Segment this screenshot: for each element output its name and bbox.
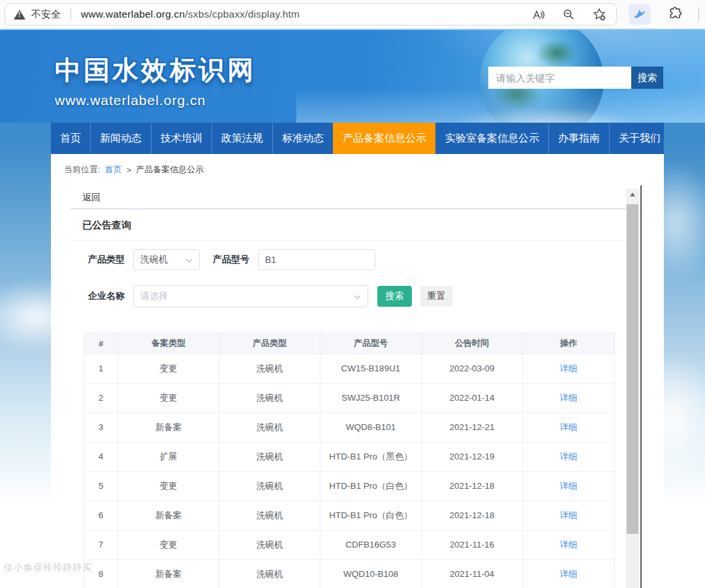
table-cell: 4 (84, 442, 118, 472)
nav-item[interactable]: 实验室备案信息公示 (435, 123, 548, 154)
detail-link[interactable]: 详细 (560, 452, 578, 461)
table-cell: WQD8-B101 (321, 413, 422, 442)
table-cell: 5 (84, 472, 118, 501)
table-row: 8新备案洗碗机WQD10-B1082021-11-04详细 (84, 560, 615, 588)
water-glow-decoration (296, 89, 705, 123)
nav-item[interactable]: 新闻动态 (90, 123, 151, 154)
nav-item[interactable]: 办事指南 (548, 123, 609, 154)
table-cell: HTD-B1 Pro（黑色） (321, 442, 422, 472)
main-nav: 首页新闻动态技术培训政策法规标准动态产品备案信息公示实验室备案信息公示办事指南关… (51, 123, 664, 154)
divider (698, 7, 699, 22)
header-search-button[interactable]: 搜索 (631, 67, 663, 89)
warning-triangle-icon (14, 10, 25, 20)
table-cell: 变更 (118, 472, 219, 501)
table-cell: 洗碗机 (219, 531, 321, 560)
divider (70, 8, 71, 21)
star-add-icon[interactable] (593, 8, 606, 21)
table-cell: 2021-12-18 (422, 472, 523, 501)
table-cell: 2021-11-04 (422, 560, 523, 588)
table-cell: 洗碗机 (219, 442, 321, 472)
detail-link[interactable]: 详细 (560, 393, 578, 403)
table-cell: 8 (84, 560, 118, 588)
table-cell-action: 详细 (523, 354, 615, 384)
table-cell: 3 (84, 413, 118, 442)
nav-item[interactable]: 政策法规 (212, 123, 272, 154)
table-cell: 新备案 (118, 560, 219, 588)
table-cell: 洗碗机 (219, 384, 321, 413)
header-search-input[interactable] (488, 67, 631, 89)
chevron-down-icon (185, 255, 193, 265)
nav-item[interactable]: 技术培训 (151, 123, 212, 154)
url-text[interactable]: www.waterlabel.org.cn/sxbs/cpbaxx/displa… (81, 8, 300, 20)
site-title: 中国水效标识网 (55, 52, 256, 88)
table-cell: HTD-B1 Pro（白色） (321, 501, 422, 531)
section-title: 已公告查询 (70, 209, 640, 241)
bird-extension-icon[interactable] (629, 4, 651, 25)
security-status[interactable]: 不安全 (31, 8, 61, 21)
form-reset-button[interactable]: 重置 (420, 286, 452, 307)
back-link[interactable]: 返回 (82, 192, 101, 202)
chevron-down-icon (354, 291, 361, 302)
nav-item[interactable]: 关于我们 (609, 123, 670, 154)
browser-toolbar: 不安全 www.waterlabel.org.cn/sxbs/cpbaxx/di… (0, 0, 705, 29)
table-cell: CW15-B189U1 (321, 354, 422, 384)
table-cell: 洗碗机 (219, 472, 321, 501)
nav-item[interactable]: 标准动态 (272, 123, 333, 154)
product-type-select[interactable]: 洗碗机 (133, 249, 200, 270)
breadcrumb-separator: > (127, 165, 132, 175)
product-model-input[interactable] (258, 249, 375, 270)
table-cell: 新备案 (118, 413, 219, 442)
breadcrumb-home-link[interactable]: 首页 (105, 164, 122, 176)
table-cell-action: 详细 (523, 472, 615, 501)
nav-item[interactable]: 首页 (51, 123, 90, 154)
detail-link[interactable]: 详细 (560, 422, 578, 432)
table-cell: 2 (84, 384, 118, 413)
table-cell: 洗碗机 (219, 560, 321, 588)
table-cell-action: 详细 (523, 413, 615, 442)
address-bar[interactable]: 不安全 www.waterlabel.org.cn/sxbs/cpbaxx/di… (5, 3, 617, 25)
company-select[interactable]: 请选择 (133, 285, 368, 307)
table-cell-action: 详细 (523, 442, 615, 472)
table-cell-action: 详细 (523, 501, 615, 531)
table-cell: 新备案 (118, 501, 219, 531)
table-cell: CDFB16G53 (321, 531, 422, 560)
table-cell: 2022-01-14 (422, 384, 523, 413)
table-cell-action: 详细 (523, 384, 615, 413)
inner-scrollbar[interactable] (626, 189, 639, 588)
detail-link[interactable]: 详细 (560, 364, 578, 373)
breadcrumb: 当前位置: 首页 > 产品备案信息公示 (51, 154, 664, 185)
table-cell: 7 (84, 531, 118, 560)
table-cell: 变更 (118, 384, 219, 413)
detail-link[interactable]: 详细 (560, 510, 578, 520)
table-row: 6新备案洗碗机HTD-B1 Pro（白色）2021-12-18详细 (84, 501, 615, 531)
company-placeholder: 请选择 (140, 290, 168, 302)
table-row: 4扩展洗碗机HTD-B1 Pro（黑色）2021-12-19详细 (84, 442, 615, 472)
table-cell: WQD10-B108 (321, 560, 422, 588)
table-cell-action: 详细 (523, 560, 615, 588)
scrollbar-up-button[interactable] (626, 189, 639, 200)
puzzle-extensions-icon[interactable] (668, 6, 682, 22)
table-header-row: # 备案类型 产品类型 产品型号 公告时间 操作 (84, 333, 615, 354)
nav-item[interactable]: 产品备案信息公示 (333, 123, 435, 154)
form-search-button[interactable]: 搜索 (377, 286, 412, 307)
site-logo: 中国水效标识网 www.waterlabel.org.cn (55, 52, 256, 108)
zoom-out-icon[interactable] (563, 8, 574, 20)
read-aloud-icon[interactable] (532, 9, 544, 20)
col-product-model: 产品型号 (321, 333, 422, 354)
table-cell: 变更 (118, 531, 219, 560)
table-cell: 洗碗机 (219, 354, 321, 384)
table-cell: 变更 (118, 354, 219, 384)
breadcrumb-current: 产品备案信息公示 (136, 164, 204, 176)
detail-link[interactable]: 详细 (560, 481, 578, 491)
url-domain: www.waterlabel.org.cn (81, 8, 185, 20)
col-product-type: 产品类型 (219, 333, 321, 354)
product-type-label: 产品类型 (88, 254, 125, 266)
scrollbar-thumb[interactable] (627, 204, 638, 534)
table-cell: HTD-B1 Pro（白色） (321, 472, 422, 501)
results-table: # 备案类型 产品类型 产品型号 公告时间 操作 1变更洗碗机CW15-B189… (84, 332, 615, 588)
detail-link[interactable]: 详细 (560, 569, 578, 579)
detail-link[interactable]: 详细 (560, 540, 578, 549)
product-model-label: 产品型号 (213, 254, 249, 266)
back-row: 返回 (70, 185, 640, 209)
table-cell: 2022-03-09 (422, 354, 523, 384)
